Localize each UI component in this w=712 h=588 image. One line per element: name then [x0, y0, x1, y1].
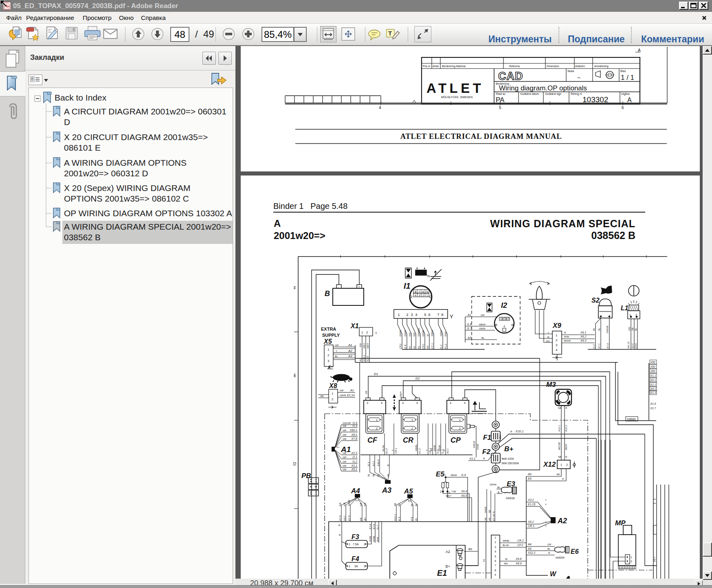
- svg-text:E6: E6: [571, 548, 579, 555]
- svg-text:E5.2: E5.2: [650, 388, 656, 391]
- svg-text:E3: E3: [507, 480, 515, 488]
- svg-text:R: R: [498, 491, 500, 494]
- svg-text:Binder 1 Page 5.48: Binder 1 Page 5.48: [273, 202, 347, 211]
- svg-text:GR/B: GR/B: [438, 445, 441, 451]
- svg-text:7.5A: 7.5A: [353, 543, 359, 546]
- svg-text:CR: CR: [403, 436, 413, 444]
- svg-text:R: R: [565, 407, 567, 409]
- svg-text:E6: E6: [528, 477, 532, 480]
- svg-text:E6: E6: [359, 518, 362, 521]
- svg-text:4: 4: [464, 402, 466, 404]
- svg-text:CF: CF: [367, 436, 378, 444]
- svg-text:E1.1: E1.1: [650, 383, 656, 386]
- svg-text:GR/R: GR/R: [340, 394, 346, 397]
- svg-text:I1.6: I1.6: [467, 323, 472, 326]
- svg-text:GR: GR: [343, 437, 347, 440]
- svg-text:BN: BN: [504, 562, 508, 565]
- svg-text:1: 1: [426, 294, 428, 297]
- svg-text:MP: MP: [615, 519, 626, 527]
- svg-text:2: 2: [459, 427, 461, 430]
- svg-text:BL: BL: [481, 336, 485, 339]
- svg-text:A1: A1: [413, 346, 415, 349]
- svg-text:1: 1: [560, 463, 562, 466]
- svg-text:X5.2: X5.2: [527, 520, 534, 523]
- svg-text:2: 2: [504, 317, 505, 320]
- svg-text:1: 1: [332, 392, 334, 395]
- svg-text:Godkänd sign: Godkänd sign: [545, 92, 561, 96]
- svg-text:GR: GR: [343, 468, 347, 471]
- svg-text:R: R: [492, 511, 495, 513]
- svg-text:A3: A3: [467, 336, 471, 339]
- svg-text:I1.2: I1.2: [352, 460, 357, 463]
- svg-text:A: A: [274, 218, 281, 229]
- svg-text:1: 1: [375, 331, 377, 335]
- svg-text:3: 3: [327, 359, 330, 363]
- svg-text:Ritad av: Ritad av: [496, 92, 506, 95]
- svg-text:3: 3: [494, 546, 496, 549]
- svg-text:A5: A5: [527, 547, 532, 550]
- svg-text:SB: SB: [556, 473, 560, 476]
- svg-text:CR.1: CR.1: [528, 524, 534, 527]
- svg-text:GR: GR: [343, 424, 347, 427]
- svg-text:X1: X1: [350, 323, 359, 329]
- svg-text:Ritning nr: Ritning nr: [571, 92, 582, 96]
- svg-text:Referens: Referens: [509, 65, 520, 68]
- svg-text:GR: GR: [343, 456, 347, 459]
- svg-text:049039: 049039: [506, 497, 515, 500]
- svg-text:E1: E1: [437, 568, 447, 577]
- svg-text:1: 1: [398, 313, 400, 317]
- svg-text:A5: A5: [488, 518, 491, 521]
- svg-text:R: R: [339, 533, 341, 536]
- svg-text:8: 8: [441, 313, 443, 317]
- svg-text:2: 2: [406, 313, 408, 317]
- svg-text:7: 7: [437, 313, 439, 317]
- svg-text:X12.2: X12.2: [527, 551, 535, 554]
- svg-text:A1: A1: [348, 343, 352, 347]
- svg-text:R: R: [564, 331, 566, 334]
- svg-text:E1.15: E1.15: [528, 503, 535, 506]
- svg-text:GR/R: GR/R: [479, 327, 486, 330]
- svg-text:Dimension: Dimension: [547, 65, 559, 68]
- svg-text:GR: GR: [343, 502, 346, 506]
- svg-text:GR/R: GR/R: [404, 330, 407, 336]
- svg-text:Artikelnr.: Artikelnr.: [575, 65, 585, 68]
- svg-text:X50: X50: [650, 370, 655, 373]
- svg-text:E1.2: E1.2: [418, 448, 421, 454]
- svg-text:X6.3: X6.3: [580, 339, 587, 342]
- svg-text:A4: A4: [351, 487, 360, 495]
- svg-text:BL: BL: [415, 518, 418, 521]
- svg-text:BN/W: BN/W: [564, 339, 571, 342]
- svg-text:I1: I1: [404, 281, 411, 290]
- svg-text:GR/B: GR/B: [433, 445, 436, 451]
- svg-text:F1.2: F1.2: [444, 344, 447, 349]
- svg-text:B-: B-: [387, 464, 389, 466]
- svg-text:SB/Y: SB/Y: [446, 494, 451, 497]
- svg-text:5: 5: [426, 290, 428, 293]
- svg-text:BL: BL: [497, 486, 501, 489]
- svg-text:GN/Y: GN/Y: [399, 391, 402, 397]
- svg-text:X50.2: X50.2: [363, 355, 365, 362]
- svg-text:I1.7: I1.7: [467, 327, 472, 330]
- svg-text:X6.9: X6.9: [515, 562, 522, 565]
- svg-text:Y: Y: [545, 521, 547, 523]
- svg-text:R/SB: R/SB: [373, 536, 375, 542]
- svg-text:X8.1: X8.1: [351, 433, 358, 436]
- svg-text:T: T: [388, 30, 392, 37]
- svg-text:-: -: [338, 285, 339, 289]
- svg-text:Blad: Blad: [620, 70, 626, 72]
- svg-text:GR: GR: [364, 502, 366, 506]
- svg-text:X8: X8: [329, 382, 337, 389]
- svg-text:7: 7: [419, 290, 420, 293]
- svg-text:GR: GR: [343, 429, 347, 432]
- svg-text:S2.C: S2.C: [631, 343, 634, 349]
- svg-text:BL: BL: [387, 473, 389, 476]
- svg-text:R: R: [483, 457, 485, 460]
- svg-text:I2: I2: [501, 301, 507, 309]
- svg-text:SB/BL: SB/BL: [415, 444, 418, 451]
- svg-text:3: 3: [508, 317, 509, 320]
- svg-text:2: 2: [376, 427, 378, 430]
- svg-text:3: 3: [556, 343, 558, 347]
- svg-text:X2.4: X2.4: [366, 356, 369, 362]
- svg-text:2: 2: [364, 565, 365, 568]
- svg-text:X12.1: X12.1: [393, 514, 396, 521]
